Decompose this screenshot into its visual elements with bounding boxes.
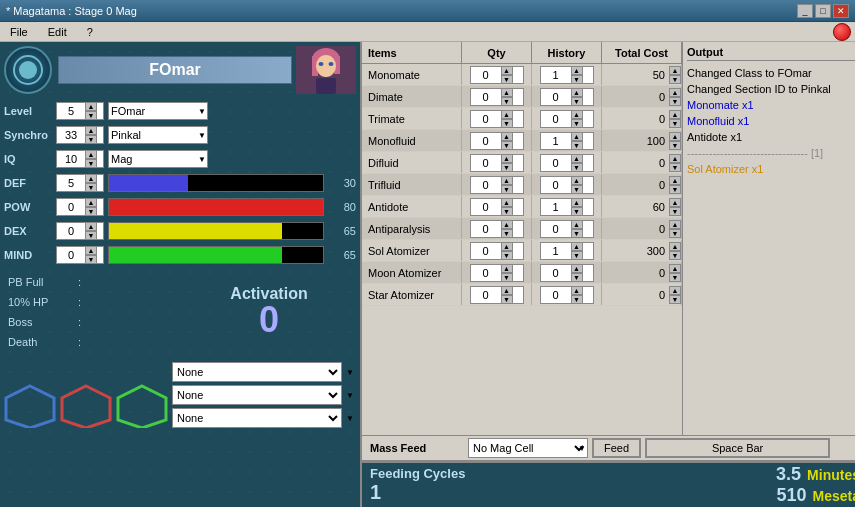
bottom-dd-2[interactable]: None <box>172 385 342 405</box>
cost-down[interactable]: ▼ <box>669 251 681 260</box>
hist-down[interactable]: ▼ <box>571 229 583 238</box>
cost-up[interactable]: ▲ <box>669 110 681 119</box>
hist-input[interactable] <box>541 135 571 147</box>
hist-spinner[interactable]: ▲ ▼ <box>540 66 594 84</box>
hist-spinner[interactable]: ▲ ▼ <box>540 286 594 304</box>
qty-down[interactable]: ▼ <box>501 185 513 194</box>
hist-up[interactable]: ▲ <box>571 242 583 251</box>
hist-spinner[interactable]: ▲ ▼ <box>540 220 594 238</box>
dex-up[interactable]: ▲ <box>85 222 97 231</box>
hist-up[interactable]: ▲ <box>571 220 583 229</box>
hist-down[interactable]: ▼ <box>571 119 583 128</box>
qty-up[interactable]: ▲ <box>501 66 513 75</box>
hist-input[interactable] <box>541 113 571 125</box>
qty-input[interactable] <box>471 201 501 213</box>
def-spinner[interactable]: ▲ ▼ <box>56 174 104 192</box>
hist-input[interactable] <box>541 179 571 191</box>
cost-up[interactable]: ▲ <box>669 286 681 295</box>
mag-cell-dropdown[interactable]: No Mag Cell <box>468 438 588 458</box>
bottom-dd-3[interactable]: None <box>172 408 342 428</box>
qty-input[interactable] <box>471 289 501 301</box>
hist-input[interactable] <box>541 91 571 103</box>
hist-up[interactable]: ▲ <box>571 110 583 119</box>
qty-down[interactable]: ▼ <box>501 251 513 260</box>
hist-spinner[interactable]: ▲ ▼ <box>540 132 594 150</box>
qty-spinner[interactable]: ▲ ▼ <box>470 66 524 84</box>
hist-input[interactable] <box>541 157 571 169</box>
qty-spinner[interactable]: ▲ ▼ <box>470 154 524 172</box>
hist-up[interactable]: ▲ <box>571 66 583 75</box>
qty-input[interactable] <box>471 157 501 169</box>
hist-input[interactable] <box>541 267 571 279</box>
bottom-dd-1[interactable]: None <box>172 362 342 382</box>
qty-up[interactable]: ▲ <box>501 220 513 229</box>
cost-down[interactable]: ▼ <box>669 295 681 304</box>
cost-up[interactable]: ▲ <box>669 132 681 141</box>
qty-up[interactable]: ▲ <box>501 242 513 251</box>
level-down[interactable]: ▼ <box>85 111 97 120</box>
cost-up[interactable]: ▲ <box>669 88 681 97</box>
hist-down[interactable]: ▼ <box>571 207 583 216</box>
cost-down[interactable]: ▼ <box>669 75 681 84</box>
synchro-spinner[interactable]: ▲ ▼ <box>56 126 104 144</box>
cost-up[interactable]: ▲ <box>669 176 681 185</box>
mind-down[interactable]: ▼ <box>85 255 97 264</box>
hist-spinner[interactable]: ▲ ▼ <box>540 198 594 216</box>
minimize-button[interactable]: _ <box>797 4 813 18</box>
level-spinner[interactable]: ▲ ▼ <box>56 102 104 120</box>
cost-down[interactable]: ▼ <box>669 141 681 150</box>
qty-up[interactable]: ▲ <box>501 264 513 273</box>
hist-up[interactable]: ▲ <box>571 132 583 141</box>
cost-up[interactable]: ▲ <box>669 264 681 273</box>
qty-input[interactable] <box>471 245 501 257</box>
qty-input[interactable] <box>471 179 501 191</box>
hist-input[interactable] <box>541 201 571 213</box>
cost-down[interactable]: ▼ <box>669 207 681 216</box>
qty-up[interactable]: ▲ <box>501 176 513 185</box>
hist-down[interactable]: ▼ <box>571 185 583 194</box>
hist-input[interactable] <box>541 245 571 257</box>
qty-spinner[interactable]: ▲ ▼ <box>470 286 524 304</box>
def-down[interactable]: ▼ <box>85 183 97 192</box>
qty-input[interactable] <box>471 135 501 147</box>
qty-up[interactable]: ▲ <box>501 286 513 295</box>
qty-down[interactable]: ▼ <box>501 119 513 128</box>
hist-down[interactable]: ▼ <box>571 163 583 172</box>
hist-down[interactable]: ▼ <box>571 141 583 150</box>
hist-down[interactable]: ▼ <box>571 273 583 282</box>
cost-down[interactable]: ▼ <box>669 119 681 128</box>
qty-input[interactable] <box>471 69 501 81</box>
menu-edit[interactable]: Edit <box>42 24 73 40</box>
hist-spinner[interactable]: ▲ ▼ <box>540 110 594 128</box>
iq-up[interactable]: ▲ <box>85 150 97 159</box>
qty-down[interactable]: ▼ <box>501 75 513 84</box>
synchro-section-dropdown[interactable]: Pinkal <box>108 126 208 144</box>
hist-input[interactable] <box>541 289 571 301</box>
qty-input[interactable] <box>471 267 501 279</box>
cost-down[interactable]: ▼ <box>669 97 681 106</box>
space-bar-button[interactable]: Space Bar <box>645 438 830 458</box>
hist-spinner[interactable]: ▲ ▼ <box>540 154 594 172</box>
pow-up[interactable]: ▲ <box>85 198 97 207</box>
maximize-button[interactable]: □ <box>815 4 831 18</box>
level-input[interactable] <box>57 105 85 117</box>
mind-spinner[interactable]: ▲ ▼ <box>56 246 104 264</box>
mind-input[interactable] <box>57 249 85 261</box>
hist-spinner[interactable]: ▲ ▼ <box>540 264 594 282</box>
synchro-down[interactable]: ▼ <box>85 135 97 144</box>
qty-down[interactable]: ▼ <box>501 141 513 150</box>
hist-up[interactable]: ▲ <box>571 264 583 273</box>
mind-up[interactable]: ▲ <box>85 246 97 255</box>
qty-spinner[interactable]: ▲ ▼ <box>470 242 524 260</box>
menu-file[interactable]: File <box>4 24 34 40</box>
qty-up[interactable]: ▲ <box>501 88 513 97</box>
qty-spinner[interactable]: ▲ ▼ <box>470 132 524 150</box>
qty-down[interactable]: ▼ <box>501 163 513 172</box>
cost-down[interactable]: ▼ <box>669 163 681 172</box>
cost-up[interactable]: ▲ <box>669 242 681 251</box>
qty-spinner[interactable]: ▲ ▼ <box>470 198 524 216</box>
qty-spinner[interactable]: ▲ ▼ <box>470 220 524 238</box>
hist-spinner[interactable]: ▲ ▼ <box>540 88 594 106</box>
qty-up[interactable]: ▲ <box>501 154 513 163</box>
hist-up[interactable]: ▲ <box>571 198 583 207</box>
